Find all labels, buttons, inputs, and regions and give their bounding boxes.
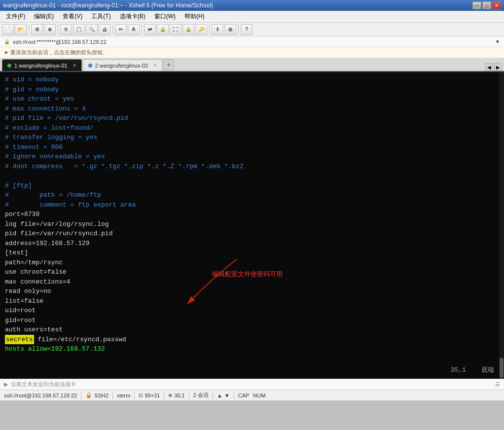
info-text: 要添加当前会话，点击左侧的箭头按钮。 <box>10 49 108 56</box>
close-button[interactable]: ✕ <box>492 1 501 9</box>
menu-window[interactable]: 窗口(W) <box>150 11 180 22</box>
status-pos-icon: ⊕ <box>168 393 172 398</box>
input-arrow-icon: ▶ <box>4 381 8 388</box>
line-2: # gid = nobody <box>5 85 497 95</box>
copy-button[interactable]: ⎘ <box>60 24 72 35</box>
add-tab-button[interactable]: + <box>163 59 174 70</box>
cursor-pos: 35,1 <box>451 366 466 374</box>
terminal-content[interactable]: # uid = nobody # gid = nobody # use chro… <box>0 72 504 379</box>
separator-1 <box>29 25 29 35</box>
status-caps: CAP <box>238 393 250 398</box>
fullscreen-button[interactable]: ⛶ <box>170 24 181 35</box>
line-9: # ignore nonreadable = yes <box>5 152 497 162</box>
input-bar: ▶ 仅将文本发送到当前选项卡 ☰ <box>0 379 504 390</box>
line-23: read only=no <box>5 287 497 296</box>
status-protocol: SSH2 <box>94 393 108 398</box>
line-1: # uid = nobody <box>5 75 497 85</box>
input-placeholder: 仅将文本发送到当前选项卡 <box>11 381 76 388</box>
line-15: port=8730 <box>5 210 497 219</box>
line-21: use chroot=false <box>5 267 497 277</box>
menu-bar: 文件(F) 编辑(E) 查看(V) 工具(T) 选项卡(B) 窗口(W) 帮助(… <box>0 11 504 23</box>
print-button[interactable]: 🖨 <box>99 24 110 35</box>
address-text[interactable]: ssh://root:*********@192.168.57.129:22 <box>13 39 107 45</box>
status-lock-icon: 🔒 <box>85 392 92 398</box>
title-bar: wangruifenglinux-01 - root@wangruifeng-0… <box>0 0 504 11</box>
status-term: xterm <box>117 393 131 398</box>
status-sessions: 2 会话 <box>193 392 209 399</box>
font-button[interactable]: A <box>128 24 140 35</box>
address-dropdown-icon[interactable]: ▼ <box>495 39 500 44</box>
status-up-button[interactable]: ▲ <box>217 393 222 398</box>
tab-prev-button[interactable]: ◀ <box>485 63 493 71</box>
tab-1-close[interactable]: ✕ <box>72 63 76 68</box>
tab-2[interactable]: 2 wangruifenglinux-02 ✕ <box>83 59 163 71</box>
line-12: # [ftp] <box>5 181 497 191</box>
compose-button[interactable]: ✏ <box>115 24 127 35</box>
scrollbar-thumb[interactable] <box>500 358 504 378</box>
minimize-button[interactable]: ─ <box>472 1 481 9</box>
lock-icon: 🔒 <box>4 39 10 44</box>
status-sep-5 <box>189 392 189 399</box>
new-session-button[interactable]: 📄 <box>2 24 14 35</box>
line-10: # dont compress = *.gz *.tgz *.zip *.z *… <box>5 162 497 172</box>
separator-2 <box>58 25 58 35</box>
info-arrow-icon: ➤ <box>4 49 8 56</box>
status-sep-7 <box>234 392 234 399</box>
highlight-secrets: secrets <box>5 335 34 345</box>
tab-bar: 1 wangruifenglinux-01 ✕ 2 wangruifenglin… <box>0 58 504 72</box>
maximize-button[interactable]: □ <box>482 1 491 9</box>
key-button[interactable]: 🔑 <box>195 24 207 35</box>
status-sep-1 <box>81 392 81 399</box>
menu-help[interactable]: 帮助(H) <box>180 11 209 22</box>
find-button[interactable]: 🔍 <box>86 24 98 35</box>
help-button[interactable]: ? <box>241 24 252 35</box>
info-bar: ➤ 要添加当前会话，点击左侧的箭头按钮。 <box>0 47 504 58</box>
menu-edit[interactable]: 编辑(E) <box>30 11 58 22</box>
separator-3 <box>112 25 113 35</box>
tab-1-label: 1 wangruifenglinux-01 <box>14 63 68 69</box>
scroll-button[interactable]: ⇕ <box>212 24 223 35</box>
status-pos: 30,1 <box>174 393 184 398</box>
line-13: # path = /home/ftp <box>5 190 497 200</box>
status-bar: ssh://root@192.168.57.129:22 🔒 SSH2 xter… <box>0 390 504 400</box>
line-17: pid file=/var/run/rsyncd.pid <box>5 229 497 239</box>
tab-2-close[interactable]: ✕ <box>153 63 157 68</box>
separator-4 <box>142 25 142 35</box>
tab-2-label: 2 wangruifenglinux-02 <box>95 63 148 69</box>
layout-button[interactable]: ⊞ <box>224 24 236 35</box>
status-num: NUM <box>253 393 265 398</box>
menu-tab[interactable]: 选项卡(B) <box>116 11 149 22</box>
disconnect-button[interactable]: ⊗ <box>44 24 56 35</box>
line-26: gid=root <box>5 316 497 325</box>
menu-tools[interactable]: 工具(T) <box>87 11 114 22</box>
sftp-button[interactable]: 🔒 <box>157 24 169 35</box>
line-27: auth users=test <box>5 325 497 335</box>
vertical-scrollbar[interactable] <box>499 72 504 379</box>
cursor-info: 35,1 底端 <box>451 365 494 375</box>
status-sep-4 <box>164 392 164 399</box>
line-11 <box>5 171 497 181</box>
line-5: # pid file = /var/run/rsyncd.pid <box>5 113 497 123</box>
address-bar: 🔒 ssh://root:*********@192.168.57.129:22… <box>0 36 504 47</box>
properties-button[interactable]: ⚙ <box>31 24 43 35</box>
line-14: # comment = ftp export area <box>5 200 497 210</box>
tab-1-dot <box>7 64 11 68</box>
open-button[interactable]: 📂 <box>15 24 27 35</box>
status-sep-3 <box>134 392 135 399</box>
tab-1[interactable]: 1 wangruifenglinux-01 ✕ <box>2 59 82 71</box>
status-session: ssh://root@192.168.57.129:22 <box>4 393 77 398</box>
input-menu-icon[interactable]: ☰ <box>495 381 500 388</box>
cursor-status: 底端 <box>481 366 494 374</box>
menu-view[interactable]: 查看(V) <box>59 11 86 22</box>
menu-file[interactable]: 文件(F) <box>2 11 29 22</box>
transfer-button[interactable]: ⇄ <box>144 24 156 35</box>
line-7: # transfer logging = yes <box>5 133 497 143</box>
paste-button[interactable]: 📋 <box>73 24 85 35</box>
line-25: uid=root <box>5 306 497 316</box>
lock-button[interactable]: 🔒 <box>182 24 194 35</box>
tab-next-button[interactable]: ▶ <box>494 63 502 71</box>
status-sep-6 <box>213 392 213 399</box>
line-16: log file=/var/log/rsync.log <box>5 219 497 229</box>
status-down-button[interactable]: ▼ <box>224 393 230 398</box>
line-6: # exclude = lost+found/ <box>5 123 497 133</box>
